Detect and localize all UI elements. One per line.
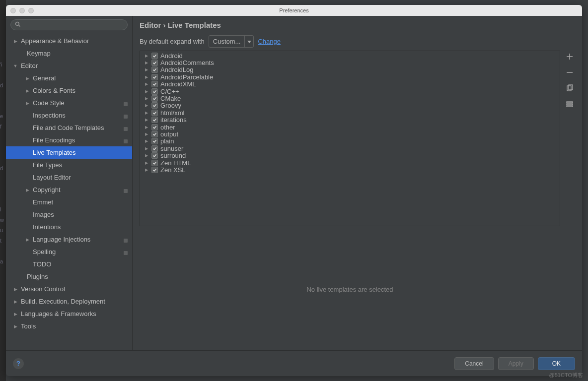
sidebar-item-languages-frameworks[interactable]: ▶Languages & Frameworks <box>6 308 132 320</box>
checkbox[interactable] <box>151 124 158 130</box>
chevron-right-icon: ▶ <box>145 168 149 172</box>
sidebar-item-colors-fonts[interactable]: ▶Colors & Fonts <box>6 84 132 97</box>
titlebar: Preferences <box>6 5 582 16</box>
sidebar-item-keymap[interactable]: Keymap <box>6 47 132 60</box>
remove-icon[interactable] <box>566 68 574 76</box>
sidebar-item-tools[interactable]: ▶Tools <box>6 320 132 332</box>
checkbox[interactable] <box>151 138 158 144</box>
svg-rect-6 <box>124 189 128 193</box>
template-group-row[interactable]: ▶AndroidParcelable <box>140 73 560 80</box>
checkbox[interactable] <box>151 110 158 116</box>
ok-button[interactable]: OK <box>538 357 575 370</box>
settings-tree[interactable]: ▶Appearance & BehaviorKeymap▼Editor▶Gene… <box>6 34 132 350</box>
sidebar-item-label: Images <box>33 211 54 218</box>
sidebar-item-images[interactable]: Images <box>6 208 132 221</box>
svg-rect-15 <box>567 102 573 103</box>
sidebar-item-inspections[interactable]: Inspections <box>6 109 132 122</box>
template-group-row[interactable]: ▶surround <box>140 152 560 159</box>
template-group-row[interactable]: ▶sunuser <box>140 145 560 152</box>
chevron-right-icon: ▶ <box>145 54 149 58</box>
checkbox[interactable] <box>151 117 158 123</box>
sidebar-item-spelling[interactable]: Spelling <box>6 246 132 258</box>
template-group-row[interactable]: ▶AndroidComments <box>140 59 560 66</box>
checkbox[interactable] <box>151 160 158 166</box>
minimize-icon[interactable] <box>19 8 25 13</box>
checkbox[interactable] <box>151 53 158 59</box>
checkbox[interactable] <box>151 167 158 173</box>
sidebar-item-emmet[interactable]: Emmet <box>6 196 132 208</box>
sidebar-item-live-templates[interactable]: Live Templates <box>6 146 132 159</box>
sidebar-item-label: Inspections <box>33 112 66 119</box>
main-panel: Editor › Live Templates By default expan… <box>133 16 582 350</box>
template-group-label: CMake <box>160 95 181 102</box>
sidebar-item-general[interactable]: ▶General <box>6 72 132 84</box>
template-group-row[interactable]: ▶Zen XSL <box>140 166 560 173</box>
checkbox[interactable] <box>151 152 158 159</box>
template-group-row[interactable]: ▶AndroidXML <box>140 81 560 88</box>
chevron-right-icon: ▶ <box>145 111 149 115</box>
template-group-row[interactable]: ▶plain <box>140 138 560 145</box>
checkbox[interactable] <box>151 60 158 66</box>
search-input[interactable] <box>10 19 128 30</box>
sidebar-item-language-injections[interactable]: ▶Language Injections <box>6 233 132 246</box>
close-icon[interactable] <box>10 8 16 13</box>
checkbox[interactable] <box>151 95 158 102</box>
checkbox[interactable] <box>151 131 158 137</box>
checkbox[interactable] <box>151 88 158 95</box>
template-group-row[interactable]: ▶CMake <box>140 95 560 102</box>
sidebar-item-layout-editor[interactable]: Layout Editor <box>6 171 132 184</box>
checkbox[interactable] <box>151 145 158 152</box>
chevron-right-icon: ▶ <box>145 139 149 143</box>
template-group-label: AndroidParcelable <box>160 73 213 81</box>
template-group-row[interactable]: ▶Zen HTML <box>140 159 560 166</box>
apply-button[interactable]: Apply <box>498 357 534 370</box>
sidebar-item-code-style[interactable]: ▶Code Style <box>6 97 132 109</box>
dialog-footer: ? Cancel Apply OK <box>6 350 582 376</box>
sidebar-item-version-control[interactable]: ▶Version Control <box>6 283 132 295</box>
chevron-right-icon: ▶ <box>145 153 149 158</box>
chevron-right-icon: › <box>163 21 168 29</box>
template-group-row[interactable]: ▶Groovy <box>140 102 560 109</box>
svg-line-1 <box>19 25 20 27</box>
sidebar-item-appearance-behavior[interactable]: ▶Appearance & Behavior <box>6 35 132 47</box>
checkbox[interactable] <box>151 102 158 109</box>
sidebar-item-editor[interactable]: ▼Editor <box>6 60 132 72</box>
template-group-row[interactable]: ▶iterations <box>140 117 560 124</box>
cancel-button[interactable]: Cancel <box>454 357 494 370</box>
sidebar-item-todo[interactable]: TODO <box>6 258 132 270</box>
window-controls[interactable] <box>10 8 34 13</box>
checkbox[interactable] <box>151 74 158 80</box>
sidebar-item-plugins[interactable]: Plugins <box>6 270 132 283</box>
sidebar-item-file-types[interactable]: File Types <box>6 159 132 171</box>
settings-icon[interactable] <box>566 100 574 108</box>
chevron-down-icon: ▼ <box>13 64 18 68</box>
add-icon[interactable] <box>566 53 574 61</box>
help-button[interactable]: ? <box>13 358 24 369</box>
template-group-row[interactable]: ▶html/xml <box>140 109 560 116</box>
expand-combo[interactable]: Custom... <box>209 35 254 48</box>
chevron-right-icon: ▶ <box>25 88 30 93</box>
template-group-row[interactable]: ▶Android <box>140 52 560 59</box>
svg-rect-17 <box>567 106 573 107</box>
sidebar-item-copyright[interactable]: ▶Copyright <box>6 184 132 196</box>
sidebar-item-label: Tools <box>21 322 36 330</box>
sidebar-item-file-and-code-templates[interactable]: File and Code Templates <box>6 122 132 134</box>
zoom-icon[interactable] <box>28 8 34 13</box>
sidebar-item-intentions[interactable]: Intentions <box>6 221 132 233</box>
template-group-row[interactable]: ▶other <box>140 124 560 130</box>
checkbox[interactable] <box>151 81 158 87</box>
search-icon <box>15 21 21 27</box>
sidebar-item-build-execution-deployment[interactable]: ▶Build, Execution, Deployment <box>6 295 132 308</box>
checkbox[interactable] <box>151 66 158 73</box>
copy-icon[interactable] <box>566 84 574 92</box>
template-group-row[interactable]: ▶C/C++ <box>140 88 560 95</box>
chevron-down-icon[interactable] <box>244 36 253 47</box>
template-list[interactable]: ▶Android▶AndroidComments▶AndroidLog▶Andr… <box>140 51 560 226</box>
chevron-right-icon: ▶ <box>145 132 149 136</box>
breadcrumb-page: Live Templates <box>168 21 221 29</box>
template-group-row[interactable]: ▶AndroidLog <box>140 66 560 73</box>
sidebar-item-file-encodings[interactable]: File Encodings <box>6 134 132 146</box>
change-link[interactable]: Change <box>258 38 281 45</box>
chevron-right-icon: ▶ <box>145 161 149 165</box>
template-group-row[interactable]: ▶output <box>140 130 560 137</box>
